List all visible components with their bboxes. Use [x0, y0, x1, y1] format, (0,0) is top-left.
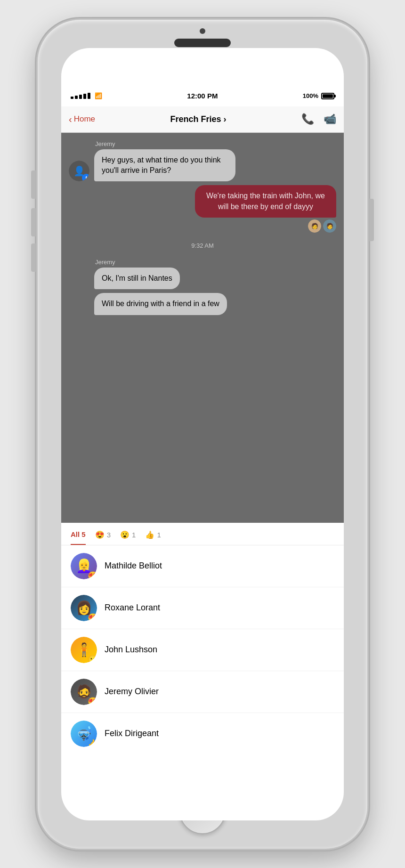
messenger-badge-icon: f — [82, 174, 89, 181]
reaction-emoji-mathilde: 😍 — [88, 572, 97, 579]
avatar-roxane: 👩 😍 — [71, 595, 97, 621]
reaction-emoji-jeremy: 😍 — [88, 698, 97, 705]
wifi-icon: 📶 — [95, 92, 102, 99]
tab-thumbs-up[interactable]: 👍 1 — [145, 530, 161, 545]
bubble-incoming-2: Ok, I'm still in Nantes — [94, 268, 180, 289]
heart-eyes-emoji: 😍 — [95, 530, 105, 539]
person-name-mathilde: Mathilde Belliot — [105, 561, 162, 571]
bubble-outgoing: We're taking the train with John, we wil… — [195, 185, 336, 218]
chat-area: Jeremy 👤 f — [61, 133, 344, 523]
status-right: 100% — [303, 92, 334, 99]
wow-count: 1 — [132, 531, 136, 539]
heart-eyes-count: 3 — [107, 531, 111, 539]
avatar-jeremy-reaction: 🧔 😍 — [71, 679, 97, 705]
status-left: 📶 — [71, 92, 102, 99]
sender-label: Jeremy — [69, 140, 336, 147]
seen-avatar-1: 🧑 — [308, 219, 321, 233]
message-row-incoming: 👤 f Hey guys, at what time do you think … — [69, 149, 336, 182]
nav-back[interactable]: ‹ Home — [69, 114, 95, 125]
thumbs-up-count: 1 — [157, 531, 161, 539]
signal-icon — [71, 93, 90, 99]
message-row-incoming-2: Ok, I'm still in Nantes — [69, 268, 336, 289]
list-item[interactable]: 🤿 👍 Felix Dirigeant — [61, 713, 344, 754]
avatar-felix: 🤿 👍 — [71, 721, 97, 747]
person-name-felix: Felix Dirigeant — [105, 729, 159, 738]
phone-frame: 📶 12:00 PM 100% ‹ — [38, 20, 367, 849]
wow-emoji: 😮 — [120, 530, 130, 539]
speaker — [174, 39, 231, 47]
sender-label-2: Jeremy — [69, 259, 336, 266]
list-item[interactable]: 👩 😍 Roxane Lorant — [61, 587, 344, 629]
reaction-emoji-john: 😮 — [88, 656, 97, 663]
status-time: 12:00 PM — [187, 92, 218, 100]
message-group-jeremy-1: Jeremy 👤 f — [69, 140, 336, 182]
message-row-incoming-3: Will be driving with a friend in a few — [69, 293, 336, 315]
screen: 📶 12:00 PM 100% ‹ — [61, 86, 344, 754]
thumbs-up-emoji: 👍 — [145, 530, 154, 539]
back-label: Home — [74, 114, 95, 124]
camera-icon — [200, 28, 205, 34]
reaction-emoji-roxane: 😍 — [88, 614, 97, 621]
avatar-mathilde: 👱‍♀️ 😍 — [71, 553, 97, 579]
list-item[interactable]: 🧍 😮 John Lushson — [61, 629, 344, 671]
battery-percent: 100% — [303, 92, 318, 99]
message-group-outgoing: We're taking the train with John, we wil… — [69, 185, 336, 233]
person-name-jeremy: Jeremy Olivier — [105, 687, 159, 697]
seen-avatar-2: 🧑 — [323, 219, 336, 233]
tab-wow[interactable]: 😮 1 — [120, 530, 136, 545]
seen-avatars: 🧑 🧑 — [69, 219, 336, 233]
reaction-panel: All 5 😍 3 😮 1 👍 — [61, 523, 344, 754]
reaction-list: 👱‍♀️ 😍 Mathilde Belliot 👩 😍 — [61, 545, 344, 754]
list-item[interactable]: 👱‍♀️ 😍 Mathilde Belliot — [61, 545, 344, 587]
person-name-john: John Lushson — [105, 645, 157, 655]
list-item[interactable]: 🧔 😍 Jeremy Olivier — [61, 671, 344, 713]
video-icon[interactable]: 📹 — [324, 113, 336, 125]
phone-screen: 📶 12:00 PM 100% ‹ — [61, 48, 344, 820]
message-group-jeremy-2: Jeremy Ok, I'm still in Nantes — [69, 259, 336, 289]
reaction-tabs[interactable]: All 5 😍 3 😮 1 👍 — [61, 523, 344, 545]
tab-heart-eyes[interactable]: 😍 3 — [95, 530, 111, 545]
person-name-roxane: Roxane Lorant — [105, 603, 160, 613]
battery-icon — [321, 93, 334, 99]
status-bar: 📶 12:00 PM 100% — [61, 86, 344, 106]
back-chevron-icon: ‹ — [69, 114, 72, 125]
phone-outer: 📶 12:00 PM 100% ‹ — [0, 0, 405, 868]
avatar-john: 🧍 😮 — [71, 637, 97, 663]
bubble-incoming-3: Will be driving with a friend in a few — [94, 293, 227, 315]
message-row-outgoing: We're taking the train with John, we wil… — [69, 185, 336, 218]
nav-actions: 📞 📹 — [301, 113, 336, 125]
avatar-jeremy: 👤 f — [69, 161, 89, 181]
timestamp: 9:32 AM — [69, 242, 336, 249]
reaction-emoji-felix: 👍 — [88, 739, 97, 747]
nav-title-chevron: › — [224, 114, 227, 124]
bubble-incoming: Hey guys, at what time do you think you'… — [94, 149, 235, 182]
nav-bar: ‹ Home French Fries › 📞 📹 — [61, 106, 344, 133]
message-group-jeremy-3: Will be driving with a friend in a few — [69, 293, 336, 315]
call-icon[interactable]: 📞 — [301, 113, 314, 125]
tab-all[interactable]: All 5 — [71, 530, 86, 545]
nav-title: French Fries › — [170, 114, 226, 124]
tab-all-label: All 5 — [71, 530, 86, 538]
